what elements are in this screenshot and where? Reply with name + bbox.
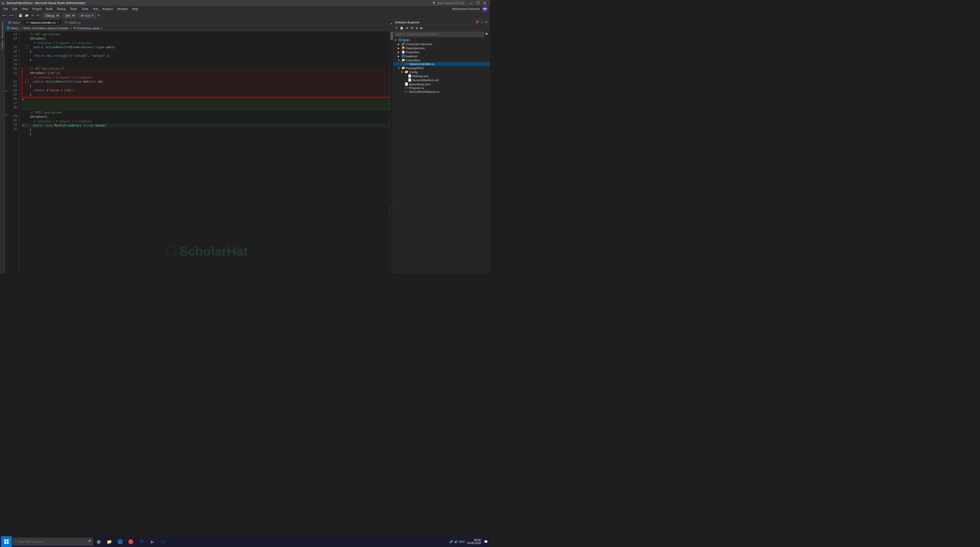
ln-32: 32 [9, 127, 17, 131]
tree-web1[interactable]: ▼ 🌐 Web1 [393, 38, 490, 42]
tree-servicemanifest[interactable]: 📄 ServiceManifest.xml [393, 78, 490, 82]
title-text: ServiceFabricDemo - Microsoft Visual Stu… [6, 2, 85, 5]
menu-debug[interactable]: Debug [55, 7, 68, 11]
code-line-24: return $"value = {id}"; [22, 88, 393, 92]
se-more-btn[interactable]: ▶ [420, 26, 423, 30]
se-header: Solution Explorer 📌 □ ✕ [393, 19, 490, 25]
tree-icon-web1: 🌐 [398, 38, 402, 42]
toolbar-undo-btn[interactable]: ↩ [30, 13, 35, 18]
tree-expand-web1: ▼ [395, 39, 398, 41]
se-filter-btn[interactable]: ⚙ [410, 26, 414, 30]
menu-test[interactable]: Test [91, 7, 100, 11]
tree-settings-xml[interactable]: 📄 Settings.xml [393, 74, 490, 78]
se-title: Solution Explorer [395, 21, 420, 24]
tree-label-pr: PackageRoot [406, 67, 423, 70]
close-button[interactable]: ✕ [482, 1, 488, 5]
tree-label-dep: Dependencies [406, 46, 425, 50]
tree-packageroot[interactable]: ▼ 📁 PackageRoot [393, 66, 490, 70]
toolbar-save-btn[interactable]: 💾 [18, 13, 24, 18]
tree-properties[interactable]: ▶ 📋 Properties [393, 50, 490, 54]
tree-label-vc: ValuesController.cs [409, 62, 434, 66]
toolbox-label[interactable]: Toolbox [1, 40, 4, 50]
editor-scrollbar[interactable] [390, 31, 393, 274]
ln-28: 28 [9, 105, 17, 110]
breadcrumb-method[interactable]: ⚙ Post(string value) [72, 26, 102, 30]
tree-icon-config: 📁 [405, 70, 409, 74]
code-line-22: − public ActionResult<string> Get(int id… [22, 79, 393, 84]
fold-15[interactable]: − [25, 45, 29, 48]
se-pin-btn[interactable]: 📌 [474, 20, 480, 24]
menu-file[interactable]: File [1, 7, 10, 11]
fold-22[interactable]: − [25, 79, 29, 83]
menu-help[interactable]: Help [130, 7, 140, 11]
menu-project[interactable]: Project [30, 7, 44, 11]
ln-29: 29 [9, 114, 17, 118]
code-content[interactable]: // GET api/values [HttpGet] 0 references… [19, 31, 393, 142]
debug-config-select[interactable]: Debug [43, 13, 60, 18]
tree-expand-www: ▶ [398, 55, 401, 57]
tree-valuescontroller[interactable]: C# ValuesController.cs [393, 62, 490, 66]
se-tree: ▼ 🌐 Web1 ▶ 🔗 Connected Services ▶ 📦 Depe… [393, 37, 490, 274]
tab-web1[interactable]: 🌐 Web1 [5, 20, 23, 25]
code-line-19 [22, 62, 393, 67]
server-explorer-label[interactable]: Server Explorer [1, 21, 4, 40]
project-icon: 🌐 [6, 26, 10, 30]
tab-web1cs-label: Web1.cs [69, 21, 81, 24]
se-settings-btn[interactable]: ⚙ [405, 26, 409, 30]
editor-area: 🌐 Web1 C# ValuesController.cs ✕ C# Web1.… [5, 19, 393, 274]
tab-web1cs[interactable]: C# Web1.cs [62, 20, 83, 25]
code-annotation-1: 0 references | 0 requests | 0 exceptions [22, 41, 393, 45]
toolbar-sep-4 [77, 13, 78, 18]
menu-team[interactable]: Team [68, 7, 80, 11]
toolbar-redo-btn[interactable]: ↪ [35, 13, 40, 18]
menu-build[interactable]: Build [44, 7, 55, 11]
user-name: Mohammed Ramees [452, 7, 482, 11]
code-area-wrapper: ⮕ ⮕ 13 14 · 15 16 17 18 19 20 21 · 22 23… [5, 31, 393, 274]
tree-programcs[interactable]: C# Program.cs [393, 86, 490, 90]
start-button[interactable]: ▶ Start ▼ [79, 13, 96, 18]
left-margin: ⮕ ⮕ [5, 31, 9, 274]
se-expand-btn[interactable]: □ [480, 20, 484, 24]
menu-view[interactable]: View [20, 7, 30, 11]
tree-appsettings[interactable]: 📄 appsettings.json [393, 82, 490, 86]
se-close-btn[interactable]: ✕ [484, 20, 488, 24]
refresh-btn[interactable]: ↻ [97, 13, 101, 18]
tree-dependencies[interactable]: ▶ 📦 Dependencies [393, 46, 490, 50]
toolbar-open-btn[interactable]: 📂 [24, 13, 30, 18]
tree-config[interactable]: ▼ 📁 Config [393, 70, 490, 74]
menu-tools[interactable]: Tools [79, 7, 91, 11]
breadcrumb-project[interactable]: 🌐 Web1 [5, 26, 21, 30]
tab-vc-label: ValuesController.cs [30, 21, 56, 24]
scrollbar-thumb[interactable] [390, 32, 393, 40]
platform-select[interactable]: x64 [63, 13, 76, 18]
se-preview-btn[interactable]: 👁 [415, 26, 419, 30]
toolbar-forward-btn[interactable]: ⟶ [8, 13, 14, 18]
quick-launch-box[interactable]: 🔍 Quick Launch (Ctrl+Q) [431, 1, 465, 5]
menu-window[interactable]: Window [115, 7, 130, 11]
menu-edit[interactable]: Edit [10, 7, 20, 11]
tab-bar: 🌐 Web1 C# ValuesController.cs ✕ C# Web1.… [5, 19, 393, 25]
breakpoint-indicator: ⮕ [5, 90, 9, 93]
toolbar-back-btn[interactable]: ⟵ [1, 13, 8, 18]
maximize-button[interactable]: ❐ [475, 1, 481, 5]
ln-22: 22 [9, 79, 17, 84]
tree-wwwroot[interactable]: ▶ 🌐 wwwroot [393, 54, 490, 58]
tree-label-ses: ServiceEventSource.cs [409, 90, 440, 93]
menu-analyze[interactable]: Analyze [100, 7, 115, 11]
minimize-button[interactable]: — [468, 1, 474, 5]
se-search-input[interactable] [395, 32, 484, 36]
code-line-13: // GET api/values [22, 32, 393, 36]
arrow-marker: ⮕ [22, 98, 24, 102]
code-view[interactable]: ⬡ ScholarHat // GET api/values [HttpGet] [19, 31, 393, 274]
se-refresh-btn[interactable]: ↻ [395, 26, 398, 30]
tree-serviceeventsource[interactable]: C# ServiceEventSource.cs [393, 90, 490, 94]
breadcrumb-namespace[interactable]: Web1.Controllers.ValuesController [22, 27, 70, 30]
tab-scroll-arrow[interactable]: ▾ [390, 22, 393, 25]
fold-29[interactable]: − [25, 124, 28, 127]
tree-controllers[interactable]: ▼ 📁 Controllers [393, 58, 490, 62]
se-home-btn[interactable]: 🏠 [399, 26, 404, 30]
tab-vc-close[interactable]: ✕ [57, 21, 59, 24]
menu-bar: File Edit View Project Build Debug Team … [0, 6, 490, 12]
tab-valuescontroller[interactable]: C# ValuesController.cs ✕ [23, 20, 62, 25]
tree-connected-services[interactable]: ▶ 🔗 Connected Services [393, 42, 490, 46]
